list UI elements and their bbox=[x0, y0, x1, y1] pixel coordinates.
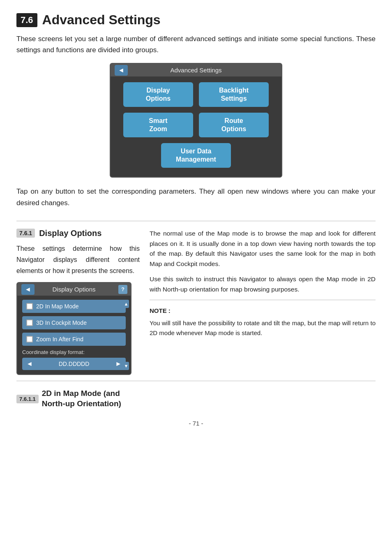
section-76-intro: These screens let you set a large number… bbox=[16, 33, 376, 56]
display-item-3d-cockpit[interactable]: 3D In Cockpit Mode bbox=[22, 316, 126, 329]
display-options-button[interactable]: DisplayOptions bbox=[123, 82, 193, 107]
advanced-settings-row-3: User DataManagement bbox=[118, 143, 274, 168]
note-section: NOTE : You will still have the possibili… bbox=[150, 300, 376, 338]
section-761-para1: The normal use of the Map mode is to bro… bbox=[150, 229, 376, 269]
checkbox-3d-cockpit[interactable] bbox=[26, 319, 33, 326]
advanced-settings-panel: ◄ Advanced Settings DisplayOptions Backl… bbox=[110, 63, 282, 178]
coord-left-arrow[interactable]: ◄ bbox=[26, 360, 33, 368]
section-7611-badge: 7.6.1.1 bbox=[16, 395, 39, 403]
section-761-left: 7.6.1 Display Options These settings det… bbox=[16, 229, 140, 375]
display-options-header-label: Display Options bbox=[52, 286, 95, 293]
section-761-badge: 7.6.1 bbox=[16, 229, 35, 238]
coord-label: Coordinate display format: bbox=[22, 349, 126, 355]
section-761-left-text: These settings determine how this Naviga… bbox=[16, 243, 140, 277]
checkbox-2d-map[interactable] bbox=[26, 303, 33, 310]
section-76-title: Advanced Settings bbox=[42, 12, 161, 28]
section-7611: 7.6.1.1 2D in Map Mode (and North-up Ori… bbox=[16, 381, 376, 411]
advanced-settings-back-button[interactable]: ◄ bbox=[115, 65, 128, 76]
advanced-settings-body: DisplayOptions BacklightSettings SmartZo… bbox=[111, 76, 281, 177]
display-scrollbar: ▲ ▼ bbox=[123, 300, 129, 370]
display-item-zoom-find[interactable]: Zoom In After Find bbox=[22, 333, 126, 346]
backlight-settings-button[interactable]: BacklightSettings bbox=[199, 82, 269, 107]
advanced-settings-row-2: SmartZoom RouteOptions bbox=[118, 113, 274, 137]
section-7611-left: 7.6.1.1 2D in Map Mode (and North-up Ori… bbox=[16, 389, 140, 411]
advanced-settings-row-1: DisplayOptions BacklightSettings bbox=[118, 82, 274, 107]
section-761: 7.6.1 Display Options These settings det… bbox=[16, 229, 376, 375]
section-76: 7.6 Advanced Settings These screens let … bbox=[16, 12, 376, 208]
route-options-button[interactable]: RouteOptions bbox=[199, 113, 269, 137]
display-item-zoom-find-label: Zoom In After Find bbox=[36, 336, 83, 342]
display-options-back-button[interactable]: ◄ bbox=[21, 284, 35, 295]
section-761-para2: Use this switch to instruct this Navigat… bbox=[150, 274, 376, 295]
scroll-down-button[interactable]: ▼ bbox=[123, 362, 129, 370]
section-76-header: 7.6 Advanced Settings bbox=[16, 12, 376, 28]
section-761-header: 7.6.1 Display Options bbox=[16, 229, 140, 238]
tap-description: Tap on any button to set the correspondi… bbox=[16, 186, 376, 208]
scroll-up-button[interactable]: ▲ bbox=[123, 300, 129, 308]
user-data-management-button[interactable]: User DataManagement bbox=[161, 143, 231, 168]
display-item-2d-map-label: 2D In Map Mode bbox=[36, 303, 79, 310]
section-7611-title: 2D in Map Mode (and North-up Orientation… bbox=[42, 389, 140, 409]
display-item-2d-map[interactable]: 2D In Map Mode bbox=[22, 300, 126, 313]
note-text: You will still have the possibility to r… bbox=[150, 318, 376, 338]
section-761-right: The normal use of the Map mode is to bro… bbox=[150, 229, 376, 375]
coord-selector[interactable]: ◄ DD.DDDDD ► bbox=[22, 358, 126, 370]
page-number: - 71 - bbox=[16, 420, 376, 427]
advanced-settings-header: ◄ Advanced Settings bbox=[111, 64, 281, 76]
note-label: NOTE : bbox=[150, 306, 376, 316]
checkbox-zoom-find[interactable] bbox=[26, 336, 33, 342]
advanced-settings-header-label: Advanced Settings bbox=[170, 67, 221, 74]
coord-value: DD.DDDDD bbox=[59, 361, 90, 367]
section-761-title: Display Options bbox=[39, 229, 101, 238]
section-7611-right bbox=[150, 389, 376, 411]
display-options-panel: ◄ Display Options ? 2D In Map Mode 3D In… bbox=[16, 282, 131, 375]
coord-right-arrow[interactable]: ► bbox=[115, 360, 122, 368]
section-7611-header: 7.6.1.1 2D in Map Mode (and North-up Ori… bbox=[16, 389, 140, 409]
divider-1 bbox=[16, 221, 376, 221]
display-options-body: 2D In Map Mode 3D In Cockpit Mode Zoom I… bbox=[17, 296, 131, 374]
display-item-3d-cockpit-label: 3D In Cockpit Mode bbox=[36, 319, 87, 326]
smart-zoom-button[interactable]: SmartZoom bbox=[123, 113, 193, 137]
display-options-help-button[interactable]: ? bbox=[118, 285, 127, 294]
section-76-badge: 7.6 bbox=[16, 13, 37, 27]
display-options-header: ◄ Display Options ? bbox=[17, 283, 131, 296]
